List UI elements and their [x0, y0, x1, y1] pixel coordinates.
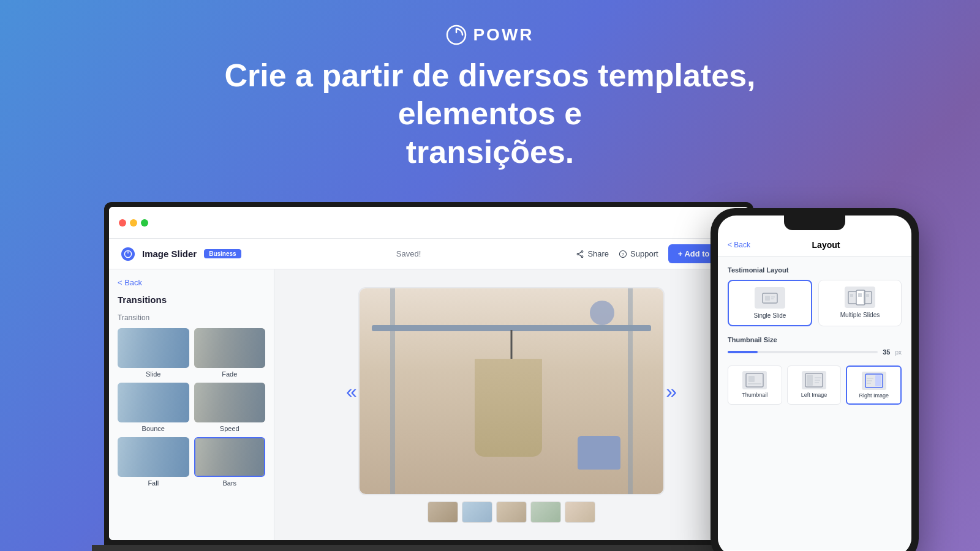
shelf-item	[590, 301, 614, 325]
shelf-support	[390, 288, 395, 494]
app-ui: Image Slider Business Saved! Share ? Sup…	[109, 207, 748, 540]
thumbnail-layout-label: Thumbnail	[742, 392, 767, 398]
traffic-light-red[interactable]	[119, 219, 126, 227]
image-layout-options: Thumbnail Left Image	[728, 365, 902, 405]
share-icon	[576, 250, 584, 258]
svg-rect-10	[765, 296, 770, 301]
laptop-screen: Image Slider Business Saved! Share ? Sup…	[109, 207, 748, 540]
support-icon: ?	[619, 250, 627, 258]
headline-line1: Crie a partir de diversos templates, ele…	[224, 58, 755, 131]
multiple-slides-icon	[845, 287, 875, 308]
app-content: < Back Transitions Transition Slide	[109, 269, 748, 540]
transition-slide[interactable]: Slide	[118, 328, 189, 378]
thumbnail-slider-track[interactable]	[728, 351, 878, 353]
slider-preview	[358, 287, 665, 495]
right-image-label: Right Image	[859, 392, 889, 399]
thumb-2[interactable]	[462, 501, 492, 523]
phone-body: < Back Layout Testimonial Layout Single …	[710, 208, 919, 551]
transition-bars-thumb	[194, 437, 266, 477]
transition-bars[interactable]: Bars	[194, 437, 266, 487]
svg-text:?: ?	[622, 252, 624, 256]
svg-rect-13	[848, 291, 857, 304]
phone-back-button[interactable]: < Back	[728, 241, 750, 249]
garment	[475, 359, 542, 457]
transition-fall-thumb	[118, 437, 189, 477]
slider-prev-button[interactable]: «	[346, 380, 357, 402]
sidebar-back-button[interactable]: < Back	[118, 278, 265, 287]
laptop: Image Slider Business Saved! Share ? Sup…	[92, 202, 766, 551]
single-slide-label: Single Slide	[754, 312, 786, 319]
thumbnail-icon	[742, 371, 767, 389]
phone-title: Layout	[750, 240, 902, 250]
thumb-5[interactable]	[565, 501, 595, 523]
svg-rect-23	[807, 375, 813, 386]
transition-fade[interactable]: Fade	[194, 328, 266, 378]
thumb-1[interactable]	[428, 501, 458, 523]
testimonial-layout-label: Testimonial Layout	[728, 266, 902, 274]
img-layout-right-image[interactable]: Right Image	[846, 365, 902, 405]
svg-point-4	[578, 253, 579, 255]
transition-bounce[interactable]: Bounce	[118, 383, 189, 432]
right-image-icon	[862, 372, 886, 390]
transition-bounce-label: Bounce	[142, 425, 165, 432]
support-button[interactable]: ? Support	[619, 249, 658, 258]
layout-multiple-slides[interactable]: Multiple Slides	[818, 280, 902, 326]
traffic-lights	[119, 219, 148, 227]
svg-point-2	[582, 250, 584, 252]
laptop-screen-outer: Image Slider Business Saved! Share ? Sup…	[104, 202, 753, 545]
transition-fade-thumb	[194, 328, 266, 368]
transition-slide-thumb	[118, 328, 189, 368]
slider-wrapper: «	[358, 287, 665, 495]
svg-rect-14	[850, 294, 853, 297]
transition-fall-label: Fall	[148, 479, 159, 487]
phone-content: Testimonial Layout Single Slide	[718, 257, 911, 550]
sidebar-title: Transitions	[118, 294, 265, 305]
transition-grid: Slide Fade	[118, 328, 265, 487]
svg-rect-28	[875, 375, 881, 386]
devices-container: Image Slider Business Saved! Share ? Sup…	[61, 196, 919, 551]
thumbnail-size-unit: px	[895, 349, 902, 356]
traffic-light-yellow[interactable]	[130, 219, 137, 227]
headline-line2: transições.	[406, 134, 575, 170]
app-header: Image Slider Business Saved! Share ? Sup…	[109, 239, 748, 269]
hanger-rod	[511, 330, 513, 361]
basket	[578, 436, 620, 470]
phone-notch	[784, 216, 845, 230]
slider-image	[360, 288, 663, 494]
layout-single-slide[interactable]: Single Slide	[728, 280, 812, 326]
img-layout-thumbnail[interactable]: Thumbnail	[728, 365, 782, 405]
thumb-4[interactable]	[530, 501, 561, 523]
app-title: Image Slider	[142, 249, 197, 259]
svg-rect-16	[858, 293, 862, 297]
transitions-sidebar: < Back Transitions Transition Slide	[109, 269, 274, 540]
transition-section-label: Transition	[118, 313, 265, 322]
share-button[interactable]: Share	[576, 249, 609, 258]
svg-rect-18	[866, 294, 869, 297]
transition-speed[interactable]: Speed	[194, 383, 266, 432]
saved-status: Saved!	[396, 249, 421, 258]
svg-rect-17	[864, 291, 872, 304]
slider-next-button[interactable]: »	[666, 380, 677, 402]
single-slide-icon	[755, 287, 785, 309]
thumbnail-size-label: Thumbnail Size	[728, 336, 902, 343]
traffic-light-green[interactable]	[141, 219, 148, 227]
svg-line-5	[579, 252, 581, 253]
transition-speed-thumb	[194, 383, 266, 422]
page-header: POWR Crie a partir de diversos templates…	[0, 0, 980, 171]
transition-fall[interactable]: Fall	[118, 437, 189, 487]
phone-ui: < Back Layout Testimonial Layout Single …	[718, 216, 911, 551]
shelf-support2	[628, 288, 633, 494]
thumbnail-size-value: 35	[883, 348, 890, 356]
laptop-base	[92, 545, 766, 551]
thumbnail-size-section: Thumbnail Size 35 px	[728, 336, 902, 356]
svg-point-3	[582, 255, 584, 257]
main-canvas: «	[274, 269, 748, 540]
thumbnail-size-control: 35 px	[728, 348, 902, 356]
thumb-3[interactable]	[496, 501, 527, 523]
slider-thumbnails	[428, 501, 595, 523]
powr-logo-small	[121, 247, 135, 261]
powr-logo-icon	[446, 24, 467, 45]
img-layout-left-image[interactable]: Left Image	[787, 365, 842, 405]
transition-fade-label: Fade	[222, 370, 237, 378]
logo-area: POWR	[0, 24, 980, 45]
